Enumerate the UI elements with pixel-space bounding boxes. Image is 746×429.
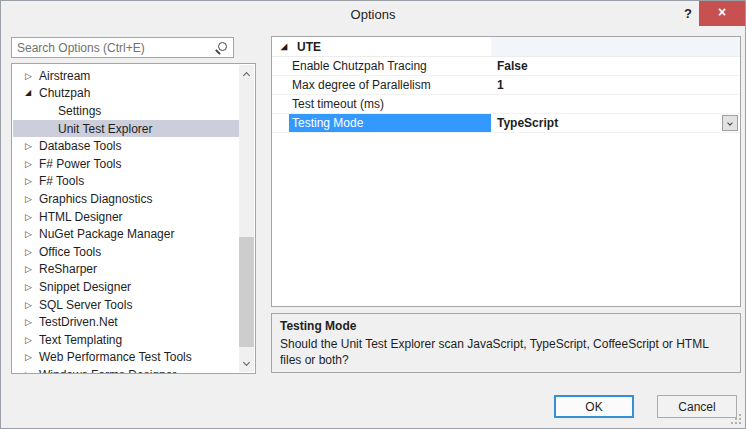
property-row-testing-mode: Testing ModeTypeScript [272, 114, 740, 133]
options-tree: ▷Airstream◢ChutzpahSettingsUnit Test Exp… [11, 63, 256, 374]
property-label[interactable]: Testing Mode [289, 114, 491, 132]
tree-item-label: F# Tools [39, 174, 84, 188]
expand-triangle-icon[interactable]: ▷ [25, 282, 32, 291]
search-input[interactable] [17, 39, 197, 56]
category-label: UTE [297, 40, 321, 54]
options-dialog: Options ? × ▷Airstream◢ChutzpahSettingsU… [0, 0, 746, 429]
tree-item-office-tools[interactable]: ▷Office Tools [13, 243, 240, 261]
scrollbar-thumb[interactable] [239, 237, 254, 347]
tree-item-label: Database Tools [39, 139, 122, 153]
expand-triangle-icon[interactable]: ▷ [25, 300, 32, 309]
tree-item-label: SQL Server Tools [39, 298, 132, 312]
tree-item-label: Web Performance Test Tools [39, 350, 192, 364]
help-button[interactable]: ? [680, 5, 696, 23]
tree-item-testdriven-net[interactable]: ▷TestDriven.Net [13, 313, 240, 331]
chevron-down-icon [727, 120, 733, 126]
expand-triangle-icon[interactable]: ▷ [25, 370, 32, 373]
chevron-up-icon [243, 71, 250, 78]
property-row-enable-chutzpah-tracing: Enable Chutzpah TracingFalse [272, 57, 740, 76]
property-value-text: TypeScript [497, 116, 558, 130]
tree-item-label: Text Templating [39, 333, 122, 347]
resize-grip[interactable] [730, 413, 741, 424]
property-label[interactable]: Test timeout (ms) [272, 95, 491, 113]
ok-button[interactable]: OK [554, 395, 634, 418]
tree-item-label: Chutzpah [39, 86, 90, 100]
tree-item-label: Settings [58, 104, 101, 118]
tree-item-text-templating[interactable]: ▷Text Templating [13, 331, 240, 349]
collapse-triangle-icon[interactable]: ◢ [281, 43, 287, 51]
property-value[interactable]: TypeScript [491, 114, 740, 132]
property-label[interactable]: Max degree of Parallelism [272, 76, 491, 94]
tree-item-airstream[interactable]: ▷Airstream [13, 67, 240, 85]
property-grid: ◢ UTE Enable Chutzpah TracingFalseMax de… [271, 36, 741, 307]
collapse-triangle-icon[interactable]: ◢ [25, 89, 31, 97]
description-body: Should the Unit Test Explorer scan JavaS… [280, 336, 732, 368]
tree-scrollbar[interactable] [239, 65, 254, 372]
tree-item-label: ReSharper [39, 262, 97, 276]
search-icon[interactable] [215, 41, 229, 55]
property-value-text: 1 [497, 78, 504, 92]
expand-triangle-icon[interactable]: ▷ [25, 265, 32, 274]
tree-item-snippet-designer[interactable]: ▷Snippet Designer [13, 278, 240, 296]
property-value-text: False [497, 59, 528, 73]
scroll-up-button[interactable] [239, 66, 254, 81]
close-icon: × [718, 4, 726, 20]
expand-triangle-icon[interactable]: ▷ [25, 335, 32, 344]
tree-item-sql-server-tools[interactable]: ▷SQL Server Tools [13, 296, 240, 314]
expand-triangle-icon[interactable]: ▷ [25, 194, 32, 203]
cancel-button[interactable]: Cancel [657, 395, 737, 418]
header-tint [491, 37, 740, 56]
expand-triangle-icon[interactable]: ▷ [25, 71, 32, 80]
tree-item-label: Office Tools [39, 245, 101, 259]
tree-rows: ▷Airstream◢ChutzpahSettingsUnit Test Exp… [13, 67, 240, 373]
window-title: Options [1, 7, 745, 22]
tree-item-database-tools[interactable]: ▷Database Tools [13, 137, 240, 155]
property-row-max-degree-of-parallelism: Max degree of Parallelism1 [272, 76, 740, 95]
close-button[interactable]: × [699, 1, 745, 26]
expand-triangle-icon[interactable]: ▷ [25, 212, 32, 221]
tree-item-nuget-package-manager[interactable]: ▷NuGet Package Manager [13, 225, 240, 243]
tree-item-unit-test-explorer[interactable]: Unit Test Explorer [13, 120, 240, 138]
property-rows: Enable Chutzpah TracingFalseMax degree o… [272, 57, 740, 133]
expand-triangle-icon[interactable]: ▷ [25, 353, 32, 362]
tree-item-resharper[interactable]: ▷ReSharper [13, 261, 240, 279]
tree-item-label: Windows Forms Designer [39, 368, 176, 373]
expand-triangle-icon[interactable]: ▷ [25, 247, 32, 256]
tree-item-label: Snippet Designer [39, 280, 131, 294]
category-row-ute[interactable]: ◢ UTE [272, 37, 740, 57]
expand-triangle-icon[interactable]: ▷ [25, 142, 32, 151]
tree-item-graphics-diagnostics[interactable]: ▷Graphics Diagnostics [13, 190, 240, 208]
expand-triangle-icon[interactable]: ▷ [25, 230, 32, 239]
description-panel: Testing Mode Should the Unit Test Explor… [271, 313, 741, 373]
scroll-down-button[interactable] [239, 356, 254, 371]
tree-item-web-performance-test-tools[interactable]: ▷Web Performance Test Tools [13, 349, 240, 367]
tree-item-label: HTML Designer [39, 210, 123, 224]
tree-item-label: TestDriven.Net [39, 315, 118, 329]
tree-item-f-tools[interactable]: ▷F# Tools [13, 173, 240, 191]
tree-item-chutzpah[interactable]: ◢Chutzpah [13, 85, 240, 103]
tree-item-label: Graphics Diagnostics [39, 192, 152, 206]
tree-item-label: Unit Test Explorer [58, 122, 152, 136]
dropdown-button[interactable] [722, 115, 738, 131]
expand-triangle-icon[interactable]: ▷ [25, 318, 32, 327]
tree-item-settings[interactable]: Settings [13, 102, 240, 120]
titlebar[interactable]: Options ? × [1, 1, 745, 29]
property-value[interactable]: False [491, 57, 740, 75]
tree-item-label: F# Power Tools [39, 157, 121, 171]
search-box [11, 37, 234, 58]
property-value[interactable] [491, 95, 740, 113]
expand-triangle-icon[interactable]: ▷ [25, 159, 32, 168]
tree-item-label: Airstream [39, 69, 90, 83]
tree-item-html-designer[interactable]: ▷HTML Designer [13, 208, 240, 226]
tree-item-label: NuGet Package Manager [39, 227, 174, 241]
property-label[interactable]: Enable Chutzpah Tracing [272, 57, 491, 75]
property-value[interactable]: 1 [491, 76, 740, 94]
chevron-down-icon [243, 358, 250, 365]
description-title: Testing Mode [280, 319, 732, 333]
property-row-test-timeout-ms: Test timeout (ms) [272, 95, 740, 114]
expand-triangle-icon[interactable]: ▷ [25, 177, 32, 186]
tree-item-windows-forms-designer[interactable]: ▷Windows Forms Designer [13, 366, 240, 373]
tree-item-f-power-tools[interactable]: ▷F# Power Tools [13, 155, 240, 173]
